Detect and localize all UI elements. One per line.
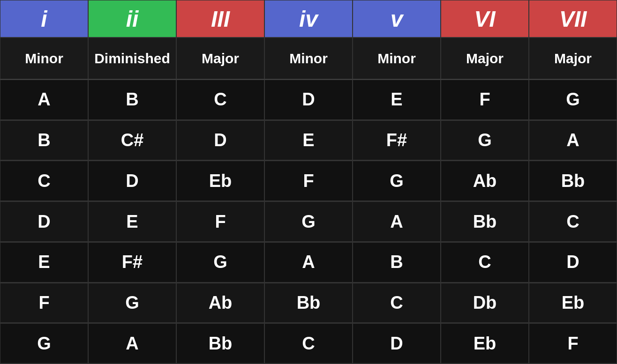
data-cell-4-0: E [0,242,88,282]
data-cell-0-2: C [176,80,264,120]
quality-row: MinorDiminishedMajorMinorMinorMajorMajor [0,37,617,80]
data-cell-1-4: F# [353,120,441,161]
table-row: DEFGABbC [0,201,617,242]
data-cell-1-1: C# [88,120,176,161]
header-row: iiiIIIivvVIVII [0,0,617,37]
data-cell-6-3: C [264,323,353,364]
data-cell-4-1: F# [88,242,176,282]
data-cell-3-2: F [176,201,264,242]
header-cell-3: iv [264,0,353,37]
data-rows: ABCDEFGBC#DEF#GACDEbFGAbBbDEFGABbCEF#GAB… [0,80,617,364]
data-cell-3-3: G [264,201,353,242]
data-cell-4-2: G [176,242,264,282]
data-cell-2-6: Bb [529,161,617,201]
data-cell-6-0: G [0,323,88,364]
table-row: FGAbBbCDbEb [0,283,617,324]
table-row: GABbCDEbF [0,323,617,364]
data-cell-1-0: B [0,120,88,161]
data-cell-6-2: Bb [176,323,264,364]
data-cell-0-1: B [88,80,176,120]
data-cell-1-5: G [441,120,529,161]
table-row: ABCDEFG [0,80,617,120]
data-cell-5-3: Bb [264,283,353,323]
header-cell-4: v [353,0,441,37]
data-cell-5-4: C [353,283,441,323]
data-cell-4-6: D [529,242,617,282]
data-cell-0-4: E [353,80,441,120]
data-cell-5-5: Db [441,283,529,323]
data-cell-1-2: D [176,120,264,161]
data-cell-0-3: D [264,80,353,120]
data-cell-6-1: A [88,323,176,364]
data-cell-1-6: A [529,120,617,161]
data-cell-2-5: Ab [441,161,529,201]
quality-cell-5: Major [441,37,529,79]
data-cell-5-2: Ab [176,283,264,323]
data-cell-3-1: E [88,201,176,242]
header-cell-5: VI [441,0,529,37]
data-cell-2-2: Eb [176,161,264,201]
data-cell-4-3: A [264,242,353,282]
table-row: EF#GABCD [0,242,617,283]
header-cell-1: ii [88,0,176,37]
header-cell-6: VII [529,0,617,37]
data-cell-0-0: A [0,80,88,120]
quality-cell-2: Major [176,37,264,79]
quality-cell-4: Minor [353,37,441,79]
data-cell-0-6: G [529,80,617,120]
quality-cell-1: Diminished [88,37,176,79]
chord-table: iiiIIIivvVIVII MinorDiminishedMajorMinor… [0,0,617,364]
header-cell-0: i [0,0,88,37]
data-cell-2-1: D [88,161,176,201]
table-row: BC#DEF#GA [0,120,617,161]
quality-cell-6: Major [529,37,617,79]
data-cell-3-6: C [529,201,617,242]
data-cell-5-0: F [0,283,88,323]
data-cell-4-5: C [441,242,529,282]
data-cell-3-4: A [353,201,441,242]
data-cell-2-0: C [0,161,88,201]
data-cell-4-4: B [353,242,441,282]
data-cell-1-3: E [264,120,353,161]
data-cell-2-4: G [353,161,441,201]
quality-cell-0: Minor [0,37,88,79]
data-cell-6-4: D [353,323,441,364]
data-cell-3-5: Bb [441,201,529,242]
table-row: CDEbFGAbBb [0,161,617,201]
data-cell-2-3: F [264,161,353,201]
data-cell-6-5: Eb [441,323,529,364]
data-cell-5-1: G [88,283,176,323]
data-cell-5-6: Eb [529,283,617,323]
data-cell-6-6: F [529,323,617,364]
quality-cell-3: Minor [264,37,353,79]
header-cell-2: III [176,0,264,37]
data-cell-0-5: F [441,80,529,120]
data-cell-3-0: D [0,201,88,242]
